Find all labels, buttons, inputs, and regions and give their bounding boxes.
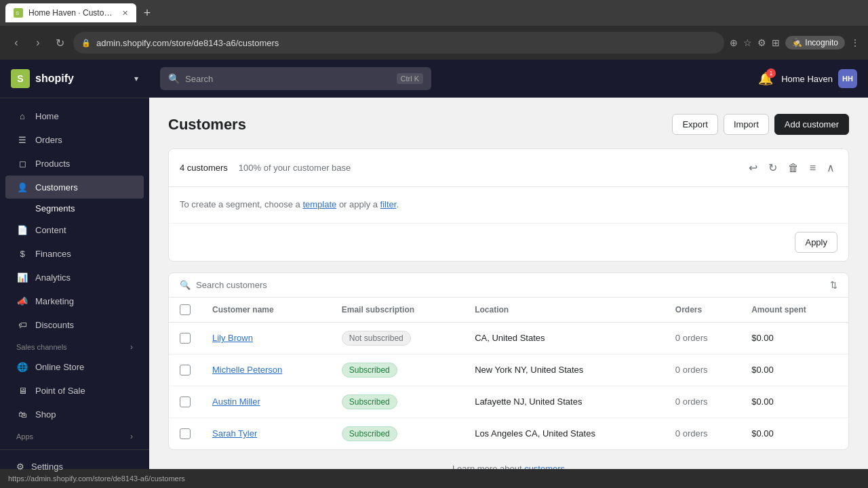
subscription-cell: Subscribed xyxy=(331,386,464,418)
row-checkbox[interactable] xyxy=(180,333,191,344)
online-store-icon: 🌐 xyxy=(16,361,28,373)
table-header-row: Customer name Email subscription Locatio… xyxy=(169,298,848,323)
sidebar-item-label: Customers xyxy=(35,182,78,192)
store-button[interactable]: Home Haven HH xyxy=(781,69,857,88)
pos-icon: 🖥 xyxy=(16,384,28,396)
shopify-logo[interactable]: S shopify xyxy=(11,69,74,88)
forward-button[interactable]: › xyxy=(30,35,46,51)
sidebar-item-label: Online Store xyxy=(35,362,84,372)
store-dropdown-icon[interactable]: ▾ xyxy=(134,74,138,83)
customer-name-cell: Michelle Peterson xyxy=(201,354,331,386)
filter-link[interactable]: filter xyxy=(380,199,397,209)
row-checkbox-cell xyxy=(169,386,201,418)
tab-title: Home Haven · Customers · Sho... xyxy=(28,8,117,18)
row-checkbox[interactable] xyxy=(180,396,191,407)
segment-header-actions: ↩ ↻ 🗑 ≡ ∧ xyxy=(746,159,837,177)
discounts-icon: 🏷 xyxy=(16,319,28,331)
table-row: Lily Brown Not subscribed CA, United Sta… xyxy=(169,322,848,354)
apply-button[interactable]: Apply xyxy=(795,232,837,253)
customer-name-link[interactable]: Lily Brown xyxy=(212,333,253,343)
sidebar-item-content[interactable]: 📄 Content xyxy=(5,218,144,241)
row-checkbox[interactable] xyxy=(180,428,191,439)
page-title: Customers xyxy=(168,116,246,134)
address-bar[interactable]: 🔒 admin.shopify.com/store/de8143-a6/cust… xyxy=(73,32,724,54)
customer-name-link[interactable]: Sarah Tyler xyxy=(212,428,257,439)
sidebar: S shopify ▾ ⌂ Home ☰ Orders ◻ Products 👤… xyxy=(0,60,149,469)
customer-name-link[interactable]: Austin Miller xyxy=(212,396,260,407)
store-name: Home Haven xyxy=(781,74,833,84)
new-tab-button[interactable]: + xyxy=(139,5,155,21)
redo-button[interactable]: ↻ xyxy=(766,159,780,177)
undo-button[interactable]: ↩ xyxy=(746,159,760,177)
incognito-button[interactable]: 🕵 Incognito xyxy=(785,36,845,49)
store-avatar: HH xyxy=(838,69,857,88)
sidebar-item-orders[interactable]: ☰ Orders xyxy=(5,128,144,151)
table-search-bar: 🔍 ⇅ xyxy=(169,273,848,298)
orders-cell: 0 orders xyxy=(665,322,741,354)
shopify-logo-text: shopify xyxy=(35,73,74,85)
split-screen-icon[interactable]: ⊞ xyxy=(772,37,780,48)
finances-icon: $ xyxy=(16,247,28,260)
back-button[interactable]: ‹ xyxy=(8,35,24,51)
sidebar-item-finances[interactable]: $ Finances xyxy=(5,242,144,265)
settings-icon: ⚙ xyxy=(16,462,24,472)
refresh-button[interactable]: ↻ xyxy=(52,35,68,51)
column-header-name: Customer name xyxy=(201,298,331,323)
customer-count: 4 customers xyxy=(180,163,228,173)
sidebar-nav: ⌂ Home ☰ Orders ◻ Products 👤 Customers S… xyxy=(0,98,149,449)
sidebar-item-pos[interactable]: 🖥 Point of Sale xyxy=(5,379,144,402)
export-button[interactable]: Export xyxy=(672,114,718,135)
customer-name-cell: Lily Brown xyxy=(201,322,331,354)
extension-icon[interactable]: ⚙ xyxy=(757,37,766,48)
sidebar-item-marketing[interactable]: 📣 Marketing xyxy=(5,289,144,312)
topbar: 🔍 Search Ctrl K 🔔 1 Home Haven HH xyxy=(149,60,868,98)
browser-tab[interactable]: S Home Haven · Customers · Sho... ✕ xyxy=(5,3,136,22)
amount-cell: $0.00 xyxy=(741,322,848,354)
customers-learn-link[interactable]: customers xyxy=(524,464,565,469)
row-checkbox[interactable] xyxy=(180,365,191,375)
search-shortcut: Ctrl K xyxy=(397,73,424,84)
add-customer-button[interactable]: Add customer xyxy=(774,114,849,135)
filter-button[interactable]: ≡ xyxy=(807,159,818,177)
bookmark-icon[interactable]: ☆ xyxy=(743,37,752,48)
sidebar-item-label: Products xyxy=(35,159,70,169)
import-button[interactable]: Import xyxy=(724,114,769,135)
sidebar-item-shop[interactable]: 🛍 Shop xyxy=(5,403,144,426)
search-customers-input[interactable] xyxy=(196,280,825,290)
delete-button[interactable]: 🗑 xyxy=(785,159,802,177)
location-cell: Lafayette NJ, United States xyxy=(464,386,665,418)
row-checkbox-cell xyxy=(169,418,201,449)
notification-badge: 1 xyxy=(766,68,776,78)
select-all-checkbox[interactable] xyxy=(180,304,191,315)
apps-expand-icon[interactable]: › xyxy=(130,432,133,441)
template-link[interactable]: template xyxy=(302,199,336,209)
sidebar-item-customers[interactable]: 👤 Customers xyxy=(5,176,144,199)
collapse-button[interactable]: ∧ xyxy=(824,159,837,177)
sidebar-item-analytics[interactable]: 📊 Analytics xyxy=(5,266,144,289)
sidebar-item-segments[interactable]: Segments xyxy=(5,199,144,218)
close-tab-icon[interactable]: ✕ xyxy=(122,9,128,18)
menu-icon[interactable]: ⋮ xyxy=(850,37,860,48)
home-icon: ⌂ xyxy=(16,110,28,122)
search-icon: 🔍 xyxy=(168,73,180,84)
expand-icon[interactable]: › xyxy=(130,342,133,352)
search-bar[interactable]: 🔍 Search Ctrl K xyxy=(160,67,431,90)
customer-name-cell: Sarah Tyler xyxy=(201,418,331,449)
table-row: Austin Miller Subscribed Lafayette NJ, U… xyxy=(169,386,848,418)
sidebar-item-home[interactable]: ⌂ Home xyxy=(5,104,144,127)
notification-button[interactable]: 🔔 1 xyxy=(758,71,773,86)
topbar-actions: 🔔 1 Home Haven HH xyxy=(758,69,857,88)
sidebar-item-discounts[interactable]: 🏷 Discounts xyxy=(5,313,144,336)
customer-name-link[interactable]: Michelle Peterson xyxy=(212,365,282,375)
sales-channels-section: Sales channels › xyxy=(0,337,149,354)
customers-icon: 👤 xyxy=(16,181,28,193)
sidebar-item-products[interactable]: ◻ Products xyxy=(5,152,144,175)
sort-button[interactable]: ⇅ xyxy=(830,280,837,290)
learn-more-section: Learn more about customers xyxy=(168,450,849,469)
column-header-amount: Amount spent xyxy=(741,298,848,323)
amount-cell: $0.00 xyxy=(741,354,848,386)
sidebar-item-online-store[interactable]: 🌐 Online Store xyxy=(5,355,144,378)
apps-label: Apps xyxy=(16,432,33,441)
learn-more-text: Learn more about xyxy=(452,464,524,469)
apps-section: Apps › xyxy=(0,426,149,444)
